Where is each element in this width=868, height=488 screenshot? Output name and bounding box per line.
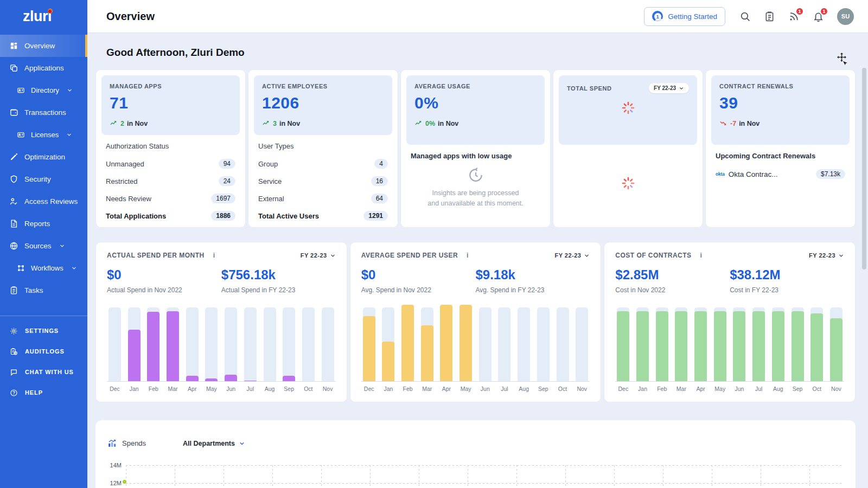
sidebar-item-help[interactable]: HELP <box>0 382 87 403</box>
period-dropdown[interactable]: FY 22-23 <box>554 252 590 259</box>
sidebar-item-reports[interactable]: Reports <box>0 213 87 235</box>
trend-down-icon <box>719 119 727 127</box>
search-icon[interactable] <box>739 11 751 22</box>
month-label: Oct <box>557 386 569 392</box>
delta-period: in Nov <box>127 120 148 127</box>
managed-apps-delta: 2 in Nov <box>110 119 232 127</box>
getting-started-button[interactable]: 1 Getting Started <box>644 7 725 26</box>
sidebar-item-licenses[interactable]: Licenses <box>0 124 87 146</box>
bar-feb <box>656 307 668 381</box>
id-card-icon <box>17 131 25 139</box>
okta-logo-icon: okta <box>716 171 725 177</box>
month-label: Sep <box>283 386 295 392</box>
spends-data-point[interactable] <box>123 480 126 484</box>
trend-up-icon <box>414 119 423 127</box>
stat-label: Actual Spend in FY 22-23 <box>221 286 336 294</box>
departments-value: All Departments <box>183 440 235 447</box>
stat-label: Cost in Nov 2022 <box>615 286 730 294</box>
user-avatar[interactable]: SU <box>837 8 854 25</box>
id-card-icon <box>17 86 25 94</box>
info-icon[interactable]: i <box>467 252 469 259</box>
month-label: Apr <box>440 386 452 392</box>
chevron-down-icon <box>239 440 245 447</box>
row-value: 24 <box>219 176 235 186</box>
sidebar-item-security[interactable]: Security <box>0 168 87 190</box>
bar-jan <box>382 307 394 381</box>
managed-apps-hero: MANAGED APPS 71 2 in Nov <box>101 75 240 135</box>
month-label: Feb <box>656 386 668 392</box>
managed-apps-value: 71 <box>110 94 232 112</box>
sidebar-item-access-reviews[interactable]: Access Reviews <box>0 190 87 213</box>
sidebar-item-directory[interactable]: Directory <box>0 79 87 101</box>
delta-period: in Nov <box>438 120 458 127</box>
row-value: 94 <box>219 159 235 169</box>
sidebar-item-optimization[interactable]: Optimization <box>0 146 87 168</box>
info-icon[interactable]: i <box>213 252 215 259</box>
sidebar-item-tasks[interactable]: Tasks <box>0 279 87 301</box>
notifications-bell-icon[interactable]: 1 <box>813 11 824 22</box>
chevron-down-icon <box>67 87 73 93</box>
bar-jul <box>752 307 765 381</box>
period-dropdown[interactable]: FY 22-23 <box>809 252 844 259</box>
bar-apr <box>186 307 199 381</box>
list-row-restricted: Restricted24 <box>106 172 235 190</box>
sidebar-item-sources[interactable]: Sources <box>0 235 87 257</box>
month-label: Feb <box>401 386 414 392</box>
bar-aug <box>518 307 530 381</box>
authorization-status-list: Authorization Status Unmanaged94Restrict… <box>101 135 240 226</box>
bar-jan <box>128 307 141 381</box>
info-icon[interactable]: i <box>700 252 702 259</box>
gear-icon <box>10 327 18 335</box>
sidebar-item-settings[interactable]: SETTINGS <box>0 320 87 341</box>
month-label: Jan <box>382 386 394 392</box>
sidebar-item-transactions[interactable]: Transactions <box>0 101 87 124</box>
total-spend-period-dropdown[interactable]: FY 22-23 <box>649 83 689 93</box>
delta-period: in Nov <box>279 120 300 127</box>
sidebar-item-workflows[interactable]: Workflows <box>0 257 87 279</box>
bar-feb <box>401 307 414 381</box>
bar-may <box>205 307 218 381</box>
main-area: Overview 1 Getting Started 1 1 SU Good A… <box>87 0 868 488</box>
sidebar-item-auditlogs[interactable]: AUDITLOGS <box>0 341 87 362</box>
bar-chart <box>615 308 844 382</box>
sidebar-item-overview[interactable]: Overview <box>0 35 87 57</box>
zluri-logo[interactable]: zlurı <box>0 0 87 35</box>
bar-oct <box>810 307 823 381</box>
renewal-amount: $7.13k <box>816 169 845 179</box>
average-usage-delta: 0% in Nov <box>414 119 537 127</box>
clipboard-icon[interactable] <box>764 11 775 22</box>
bar-sep <box>792 307 804 381</box>
month-label: May <box>205 386 218 392</box>
departments-dropdown[interactable]: All Departments <box>183 440 245 447</box>
getting-started-step: 1 <box>654 13 661 20</box>
renewal-row-okta[interactable]: okta Okta Contrac... $7.13k <box>716 165 845 183</box>
period-label: FY 22-23 <box>554 252 581 259</box>
delta-period: in Nov <box>739 120 760 127</box>
vertical-scrollbar[interactable] <box>862 68 866 269</box>
gridline <box>126 465 126 488</box>
gridline <box>272 465 273 488</box>
row-value: 64 <box>371 194 388 203</box>
chevron-down-icon <box>59 243 65 249</box>
stat-value: $38.12M <box>730 267 844 282</box>
user-types-list: User Types Group4Service16External64 Tot… <box>254 135 392 226</box>
chevron-down-icon <box>71 265 77 271</box>
contract-renewals-hero: CONTRACT RENEWALS 39 -7 in Nov <box>711 75 850 145</box>
shield-icon <box>9 175 18 184</box>
sidebar-item-applications[interactable]: Applications <box>0 57 87 79</box>
total-applications-row: Total Applications 1886 <box>106 207 235 224</box>
bar-sep <box>537 307 550 381</box>
total-spend-hero: TOTAL SPEND FY 22-23 <box>559 75 697 145</box>
period-dropdown[interactable]: FY 22-23 <box>301 252 336 259</box>
period-label: FY 22-23 <box>301 252 327 259</box>
whats-new-feed-icon[interactable]: 1 <box>788 11 800 22</box>
month-label: Aug <box>772 386 784 392</box>
row-label: Restricted <box>106 177 138 185</box>
stat-value: $0 <box>107 267 221 282</box>
sidebar-item-chat-with-us[interactable]: CHAT WITH US <box>0 362 87 382</box>
row-value: 4 <box>374 159 388 169</box>
card-title: CONTRACT RENEWALS <box>719 83 841 89</box>
chevron-down-icon <box>679 86 684 91</box>
sidebar-item-label: Security <box>24 175 51 183</box>
stat-fiscal-year: $9.18k Avg. Spend in FY 22-23 <box>475 267 590 294</box>
